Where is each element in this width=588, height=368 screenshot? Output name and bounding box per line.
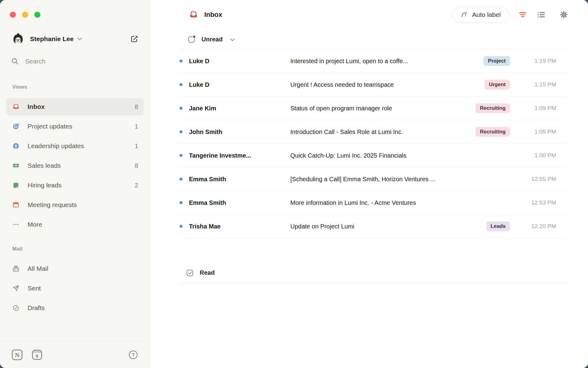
unread-icon (187, 35, 196, 44)
filter-icon (518, 10, 527, 19)
inbox-icon (12, 103, 20, 110)
settings-button[interactable] (559, 10, 568, 19)
account-switcher[interactable]: Stephanie Lee (11, 32, 139, 46)
sidebar-item-count: 8 (135, 103, 138, 110)
sidebar-item-label: Sales leads (28, 162, 61, 169)
sidebar-item-drafts[interactable]: Drafts (6, 299, 144, 316)
sidebar-item-more[interactable]: More (6, 216, 144, 233)
sidebar-item-sent[interactable]: Sent (6, 280, 144, 297)
email-row[interactable]: Emma Smith More information in Lumi Inc.… (179, 191, 567, 215)
email-subject: Status of open program manager role (290, 105, 476, 112)
email-subject: Update on Project Lumi (290, 223, 486, 230)
email-subject: Interested in project Lumi, open to a co… (290, 58, 484, 65)
search-icon (11, 57, 19, 65)
email-label-badge: Project (484, 56, 510, 66)
email-label-badge: Recruiting (476, 127, 510, 137)
unread-section-header[interactable]: Unread (179, 29, 567, 49)
auto-label-button[interactable]: Auto label (452, 7, 509, 23)
views-nav: Inbox 8 Project updates 1 (0, 98, 150, 233)
search-placeholder: Search (25, 58, 46, 65)
email-subject: Introduction Call - Sales Role at Lumi I… (290, 128, 476, 136)
sidebar-item-count: 2 (135, 182, 138, 189)
email-time: 12:55 PM (510, 176, 567, 182)
sidebar-item-meeting-requests[interactable]: Meeting requests (6, 196, 144, 213)
page-title: Inbox (204, 11, 222, 19)
email-row[interactable]: Trisha Mae Update on Project Lumi Leads … (179, 215, 567, 238)
close-window-button[interactable] (10, 12, 16, 18)
unread-dot-icon (179, 130, 183, 133)
auto-label-text: Auto label (472, 11, 501, 18)
email-subject: Urgent ! Access needed to teamspace (290, 81, 484, 88)
toolbar: Auto label (452, 7, 568, 23)
email-row[interactable]: Emma Smith [Scheduling a Call] Emma Smit… (179, 167, 567, 191)
email-time: 1:19 PM (510, 58, 567, 64)
sidebar-item-label: Project updates (28, 123, 72, 130)
sidebar-item-count: 1 (135, 143, 138, 150)
search-input[interactable]: Search (11, 55, 139, 67)
minimize-window-button[interactable] (22, 12, 28, 18)
compose-button[interactable] (130, 34, 139, 44)
chevron-down-icon (230, 38, 235, 41)
email-sender: Luke D (189, 81, 282, 88)
svg-text:N: N (15, 351, 20, 358)
email-row[interactable]: Tangerine Investme... Quick Catch-Up: Lu… (179, 144, 567, 167)
email-subject: [Scheduling a Call] Emma Smith, Horizon … (290, 176, 510, 183)
unread-dot-icon (179, 225, 183, 228)
sidebar-item-all-mail[interactable]: All Mail (6, 260, 144, 277)
email-row[interactable]: John Smith Introduction Call - Sales Rol… (179, 120, 567, 144)
email-label-badge: Leads (486, 221, 510, 231)
window-controls (0, 0, 150, 18)
unread-dot-icon (179, 59, 183, 63)
sidebar-item-label: All Mail (28, 265, 48, 272)
email-row[interactable]: Luke D Interested in project Lumi, open … (179, 49, 567, 73)
svg-text:6: 6 (36, 353, 38, 358)
views-section-header: Views (12, 84, 150, 90)
sidebar-item-leadership-updates[interactable]: Leadership updates 1 (6, 137, 144, 155)
email-label-badge: Recruiting (476, 103, 510, 113)
unread-dot-icon (179, 178, 183, 181)
email-label-badge: Urgent (484, 80, 510, 90)
notion-calendar-app-icon[interactable]: 6 (32, 350, 42, 360)
chevron-down-icon (77, 37, 82, 40)
read-section-header[interactable]: Read (179, 263, 567, 283)
sidebar-item-sales-leads[interactable]: Sales leads 8 (6, 157, 144, 174)
email-sender: Jane Kim (189, 105, 282, 112)
email-row[interactable]: Luke D Urgent ! Access needed to teamspa… (179, 73, 567, 97)
unread-dot-icon (179, 154, 183, 157)
ellipsis-icon (12, 221, 20, 228)
mail-app-window: Stephanie Lee Search Views (0, 0, 588, 368)
gear-icon (560, 10, 568, 19)
sidebar-item-hiring-leads[interactable]: Hiring leads 2 (6, 177, 144, 194)
zoom-window-button[interactable] (34, 12, 40, 18)
account-name: Stephanie Lee (30, 35, 74, 43)
note-icon (12, 182, 20, 189)
help-button[interactable]: ? (128, 350, 138, 360)
email-sender: Luke D (189, 58, 282, 65)
email-sender: Tangerine Investme... (189, 152, 282, 159)
sidebar-item-inbox[interactable]: Inbox 8 (6, 98, 144, 115)
filter-button[interactable] (518, 10, 527, 19)
email-time: 12:20 PM (510, 223, 567, 230)
pencil-circle-icon (12, 304, 20, 312)
person-icon (12, 142, 20, 150)
email-time: 1:09 PM (510, 105, 567, 112)
main-header: Inbox Auto label (150, 0, 588, 29)
sidebar-item-label: Leadership updates (28, 142, 84, 150)
list-view-button[interactable] (537, 10, 546, 19)
sidebar-item-label: Meeting requests (28, 201, 77, 209)
svg-text:?: ? (132, 352, 135, 358)
sidebar-item-label: Drafts (28, 304, 45, 312)
notion-app-icon[interactable]: N (12, 349, 23, 360)
read-checkbox-icon (186, 269, 194, 277)
calendar-icon (12, 201, 20, 209)
unread-dot-icon (179, 107, 183, 110)
avatar (11, 32, 24, 46)
sidebar-item-label: More (28, 221, 42, 228)
sidebar-item-project-updates[interactable]: Project updates 1 (6, 118, 144, 135)
money-icon (12, 162, 20, 169)
email-sender: John Smith (189, 128, 282, 136)
email-row[interactable]: Jane Kim Status of open program manager … (179, 97, 567, 120)
main-panel: Inbox Auto label (150, 0, 588, 368)
auto-label-wand-icon (460, 11, 468, 19)
sidebar: Stephanie Lee Search Views (0, 0, 150, 368)
